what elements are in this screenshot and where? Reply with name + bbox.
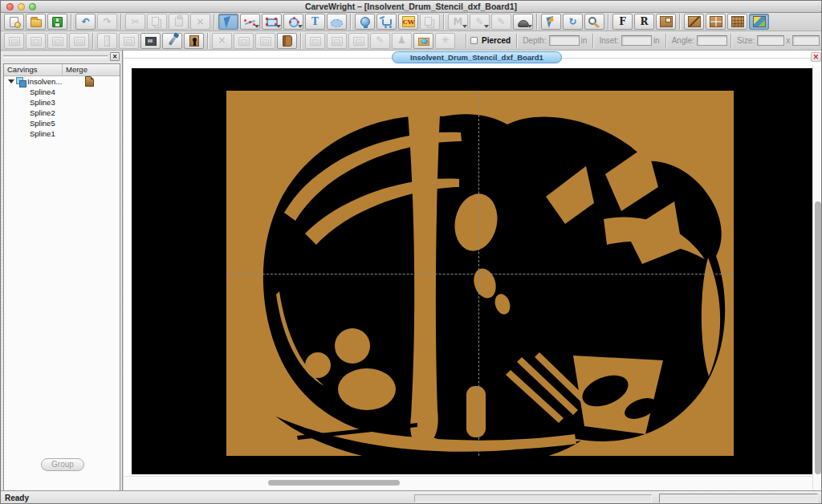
carving-panel: × Carvings Merge Insolven...Spline4Splin…	[1, 51, 123, 490]
panel-close-icon[interactable]: ×	[110, 52, 120, 61]
duplicate-button[interactable]	[420, 14, 440, 30]
store-cart-button[interactable]	[376, 14, 397, 30]
rotate-icon	[567, 16, 580, 28]
board-tool-4-button[interactable]	[69, 33, 89, 49]
toolbar-separator	[207, 33, 209, 49]
node-edit-button[interactable]	[240, 14, 260, 30]
board-tool-5-button[interactable]	[119, 33, 139, 49]
fan-tool-button[interactable]	[435, 33, 455, 49]
column-header-merge[interactable]: Merge	[63, 64, 120, 75]
node-edit-dropdown-icon[interactable]	[254, 25, 259, 28]
size-height-input[interactable]	[792, 35, 820, 46]
column-header-carvings[interactable]: Carvings	[4, 64, 63, 75]
disclosure-triangle-icon[interactable]	[8, 79, 14, 83]
cross-tool-button[interactable]	[212, 33, 232, 49]
outline-tool-dropdown-icon[interactable]	[462, 25, 467, 28]
tree-item-spline4[interactable]: Spline4	[4, 87, 120, 97]
rotate-button[interactable]	[563, 14, 583, 30]
keyhole-tool-button[interactable]	[184, 33, 204, 49]
redo-button[interactable]	[97, 14, 117, 30]
horizontal-scrollbar[interactable]	[124, 476, 812, 490]
copy-button[interactable]	[147, 14, 167, 30]
sculpt-tool-button[interactable]	[392, 33, 412, 49]
board-tool-1-button[interactable]	[4, 33, 24, 49]
tree-item-spline3[interactable]: Spline3	[4, 97, 120, 108]
undo-button[interactable]	[75, 14, 96, 30]
vertical-scrollbar[interactable]	[812, 65, 822, 490]
board-settings-button[interactable]	[656, 14, 676, 30]
depth-input[interactable]	[549, 35, 580, 46]
board-close-icon[interactable]: ×	[811, 52, 821, 62]
board-black-area[interactable]	[132, 68, 812, 474]
board-tool-8-button[interactable]	[305, 33, 325, 49]
texture-grid-button[interactable]	[727, 14, 747, 30]
merge-board-icon[interactable]	[85, 76, 94, 87]
sculpt-tool-icon	[396, 35, 409, 47]
feather-tool-button[interactable]	[491, 14, 511, 30]
delete-button[interactable]	[190, 14, 210, 30]
rear-face-button[interactable]	[634, 14, 654, 30]
scan-folder-button[interactable]	[413, 33, 433, 49]
clamp-tool-button[interactable]	[97, 33, 117, 49]
board-tool-2-button[interactable]	[26, 33, 46, 49]
preview-tool-button[interactable]	[140, 33, 161, 49]
dome-tool-button[interactable]	[513, 14, 533, 30]
tree-item-label: Spline2	[30, 108, 55, 117]
cw-store-button[interactable]	[398, 14, 418, 30]
pattern-library-button[interactable]	[355, 14, 375, 30]
open-button[interactable]	[26, 14, 46, 30]
board-tool-3-button[interactable]	[47, 33, 67, 49]
ellipse-tool-button[interactable]	[283, 14, 303, 30]
vertical-scrollbar-thumb[interactable]	[815, 201, 821, 474]
board-tool-6-button[interactable]	[234, 33, 254, 49]
new-button[interactable]	[4, 14, 24, 30]
inset-input[interactable]	[621, 35, 652, 46]
layout-view-button[interactable]	[749, 14, 769, 30]
tree-item-spline2[interactable]: Spline2	[4, 108, 120, 118]
main-toolbar	[1, 13, 821, 31]
texture-crosshair-button[interactable]	[706, 14, 726, 30]
board-tool-3-icon	[52, 37, 63, 46]
rect-tool-button[interactable]	[262, 14, 282, 30]
drill-tool-button[interactable]	[162, 33, 182, 49]
board-tool-9-button[interactable]	[327, 33, 347, 49]
text-tool-button[interactable]	[305, 14, 325, 30]
angle-input[interactable]	[697, 35, 727, 46]
pattern-book-button[interactable]	[277, 33, 297, 49]
paste-button[interactable]	[169, 14, 189, 30]
open-icon	[31, 19, 42, 27]
ellipse-tool-dropdown-icon[interactable]	[298, 25, 303, 28]
texture-diagonal-button[interactable]	[684, 14, 704, 30]
inset-unit-label: in	[653, 36, 660, 45]
horizontal-scrollbar-thumb[interactable]	[268, 480, 400, 486]
panel-splitter[interactable]	[3, 55, 108, 58]
document-tab[interactable]: Insolvent_Drum_Stencil_dxf_Board1	[392, 51, 562, 63]
front-face-button[interactable]	[612, 14, 633, 30]
quill-tool-dropdown-icon[interactable]	[484, 25, 489, 28]
save-button[interactable]	[47, 14, 67, 30]
select-move-icon	[547, 16, 556, 28]
toolbar-separator	[608, 14, 609, 30]
carve-surface[interactable]	[226, 91, 734, 456]
rect-tool-dropdown-icon[interactable]	[276, 25, 281, 28]
draw-pen-button[interactable]	[370, 33, 390, 49]
carve-region-button[interactable]	[327, 14, 347, 30]
zoom-button[interactable]	[584, 14, 604, 30]
size-width-input[interactable]	[757, 35, 784, 46]
toolbar-separator	[536, 14, 538, 30]
pierced-checkbox[interactable]	[470, 37, 478, 44]
select-button[interactable]	[218, 14, 238, 30]
select-move-button[interactable]	[541, 14, 561, 30]
board-tool-10-button[interactable]	[348, 33, 368, 49]
outline-tool-button[interactable]	[448, 14, 468, 30]
board-tool-7-button[interactable]	[255, 33, 275, 49]
tree-root-item[interactable]: Insolven...	[4, 76, 120, 87]
tree-item-spline1[interactable]: Spline1	[4, 128, 120, 139]
quill-tool-button[interactable]	[470, 14, 490, 30]
cut-button[interactable]	[125, 14, 145, 30]
dome-tool-dropdown-icon[interactable]	[527, 25, 532, 28]
group-button[interactable]: Group	[41, 458, 84, 471]
tree-item-label: Spline1	[30, 129, 55, 138]
zoom-icon	[588, 17, 596, 25]
tree-item-spline5[interactable]: Spline5	[4, 118, 120, 128]
